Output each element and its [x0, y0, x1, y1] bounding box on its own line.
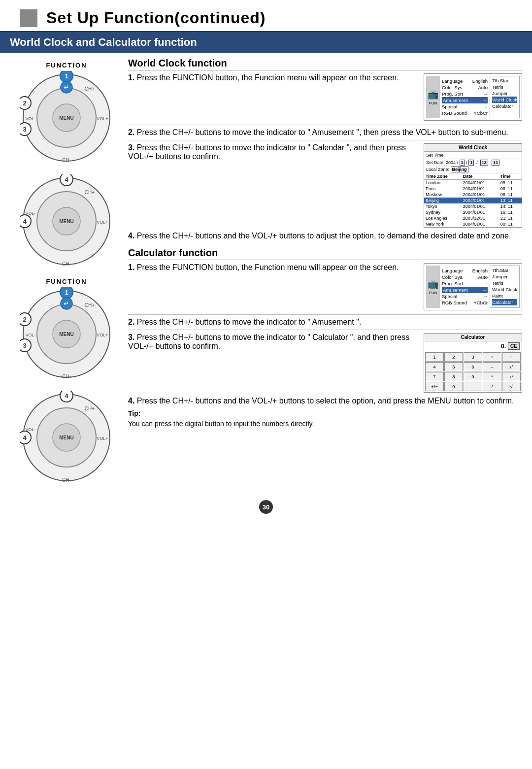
- calc-btn-0-2[interactable]: 3: [464, 352, 482, 362]
- svg-text:CH-: CH-: [62, 158, 71, 163]
- menu-tv-icon: 📺: [428, 89, 438, 100]
- divider-1: [128, 125, 522, 125]
- calc-step3-block: 3. Press the CH+/- buttons to move the i…: [128, 333, 522, 393]
- calc-btn-3-4[interactable]: √: [502, 382, 521, 391]
- calc-screen-title: Calculator: [424, 334, 522, 341]
- calc-step4-num: 4.: [128, 397, 134, 405]
- calc-btn-3-3[interactable]: /: [483, 382, 501, 391]
- tip-section: Tip: You can press the digital button to…: [128, 405, 522, 432]
- svg-text:VOL-: VOL-: [25, 333, 35, 337]
- calc-step1-num: 1.: [128, 263, 134, 271]
- svg-text:CH-: CH-: [62, 477, 71, 483]
- menu-row-amusement-1: Amusement→: [442, 97, 488, 103]
- wc-cell-time-7: 00: 11: [499, 221, 522, 227]
- remote-svg-1: MENU 1 ↵ 2 CH+ 3 VOL-: [20, 71, 113, 165]
- wc-table-body: London2004/01/0105: 11Paris2004/01/0106:…: [424, 180, 522, 228]
- sub-item-jumper-2: Jumper: [492, 273, 517, 280]
- wc-cell-zone-0: London: [424, 180, 462, 186]
- wc-table-row: Sydney2004/01/0116: 11: [424, 209, 522, 215]
- calc-step3-desc: Press the CH+/- buttons to move the indi…: [128, 333, 409, 350]
- page-header: Set Up Function(continued): [0, 0, 532, 32]
- wc-cell-zone-5: Sydney: [424, 209, 462, 215]
- calc-btn-2-0[interactable]: 7: [425, 372, 444, 381]
- calc-buttons: 123+=456–x³789*x²+/−0./√: [424, 351, 522, 392]
- left-column: FUNCTION MENU 1 ↵: [10, 58, 123, 490]
- calc-step3-text: 3. Press the CH+/- buttons to move the i…: [128, 333, 417, 351]
- calc-btn-1-2[interactable]: 6: [464, 362, 482, 371]
- calc-display: 0. CE: [424, 341, 522, 351]
- calc-btn-0-0[interactable]: 1: [425, 352, 444, 362]
- calc-btn-1-3[interactable]: –: [483, 362, 501, 371]
- sub-menu-1: 7th.Star Tetris Jumper World Clock Calcu…: [490, 76, 520, 118]
- menu-screen-left-2: 📺 FUN: [426, 266, 440, 308]
- wc-hour-box: 13: [480, 160, 488, 166]
- wc-cell-date-4: 2004/01/01: [462, 203, 499, 209]
- wc-step1-num: 1.: [128, 73, 134, 82]
- sub-item-worldclock-1: World Clock: [492, 97, 517, 103]
- menu-row-colorsys-2: Color Sys.Auto: [442, 274, 488, 280]
- calc-btn-2-4[interactable]: x²: [502, 372, 521, 381]
- calc-btn-0-1[interactable]: 2: [444, 352, 463, 362]
- remote-diagram-4: MENU 4 CH+ 4 VOL- VOL+ CH-: [20, 391, 113, 484]
- page-number-container: 30: [0, 495, 532, 519]
- calc-screen: Calculator 0. CE 123+=456–x³789*x²+/−0./…: [424, 333, 522, 393]
- calc-btn-3-1[interactable]: 0: [444, 382, 463, 391]
- section-banner: World Clock and Calculator function: [0, 32, 532, 53]
- wc-local-zone-value: Beijing: [451, 167, 468, 172]
- wc-cell-zone-6: Los Angles: [424, 215, 462, 221]
- svg-text:2: 2: [23, 316, 26, 323]
- remote-svg-3: MENU 1 ↵ 2 CH+ 3 VOL- VOL+ CH-: [20, 287, 113, 381]
- calc-btn-2-2[interactable]: 9: [464, 372, 482, 381]
- wc-cell-time-6: 21: 11: [499, 215, 522, 221]
- calc-step2-block: 2. Press the CH+/- buttons to move the i…: [128, 318, 522, 327]
- svg-text:VOL-: VOL-: [25, 211, 35, 216]
- calc-btn-0-3[interactable]: +: [483, 352, 501, 362]
- calc-step1-text: 1. Press the FUNCTION button, the Functi…: [128, 263, 417, 272]
- remote-function-label-3: FUNCTION: [46, 278, 87, 285]
- sub-item-7thstar-1: 7th.Star: [492, 77, 517, 84]
- wc-step3-desc: Press the CH+/- buttons to move the indi…: [128, 143, 406, 161]
- sub-item-jumper-1: Jumper: [492, 90, 517, 97]
- calc-btn-0-4[interactable]: =: [502, 352, 521, 362]
- svg-text:MENU: MENU: [59, 332, 73, 337]
- wc-table-row: Tokyo2004/01/0114: 11: [424, 203, 522, 209]
- calc-btn-2-1[interactable]: 8: [444, 372, 463, 381]
- wc-cell-zone-1: Paris: [424, 186, 462, 192]
- calc-ce-btn[interactable]: CE: [508, 342, 520, 350]
- calc-step2-desc: Press the CH+/- buttons to move the indi…: [137, 318, 362, 326]
- wc-cell-zone-2: Moskow: [424, 192, 462, 198]
- wc-set-time-label: Set Time: [424, 152, 522, 159]
- svg-text:VOL-: VOL-: [25, 427, 35, 432]
- remote-svg-4: MENU 4 CH+ 4 VOL- VOL+ CH-: [20, 391, 113, 484]
- svg-text:VOL+: VOL+: [97, 116, 108, 121]
- wc-step4-block: 4. Press the CH+/- buttons and the VOL-/…: [128, 232, 522, 240]
- calc-btn-1-1[interactable]: 5: [444, 362, 463, 371]
- wc-table-row: Moskow2004/01/0108: 11: [424, 192, 522, 198]
- calc-btn-2-3[interactable]: *: [483, 372, 501, 381]
- wc-step4-num: 4.: [128, 232, 134, 240]
- calc-btn-1-4[interactable]: x³: [502, 362, 521, 371]
- wc-month-box: 1: [460, 160, 465, 166]
- calc-btn-1-0[interactable]: 4: [425, 362, 444, 371]
- calculator-section: Calculator function 1. Press the FUNCTIO…: [128, 247, 522, 432]
- wc-cell-date-7: 2004/01/01: [462, 221, 499, 227]
- svg-text:4: 4: [23, 434, 27, 441]
- wc-step1-text: 1. Press the FUNCTION button, the Functi…: [128, 73, 417, 82]
- calc-step4-desc: Press the CH+/- buttons and the VOL-/+ b…: [137, 397, 514, 405]
- calc-btn-3-0[interactable]: +/−: [425, 382, 444, 391]
- calc-btn-3-2[interactable]: .: [464, 382, 482, 391]
- menu-screen-right-1: LanguageEnglish Color Sys.Auto Prog. Sor…: [440, 76, 490, 118]
- svg-text:1: 1: [65, 289, 68, 296]
- menu-row-special-2: Special→: [442, 293, 488, 300]
- menu-screen-inner-2: 📺 FUN LanguageEnglish Color Sys.Auto Pro…: [424, 264, 522, 310]
- sub-item-tetris-1: Tetris: [492, 84, 517, 90]
- remote-svg-graphic-4: MENU 4 CH+ 4 VOL- VOL+ CH-: [20, 391, 113, 484]
- calc-step1-block: 1. Press the FUNCTION button, the Functi…: [128, 263, 522, 310]
- svg-text:2: 2: [23, 100, 26, 107]
- wc-cell-time-0: 05: 11: [499, 180, 522, 186]
- sub-menu-2: 7th.Star Jumper Tetris World Clock Paint…: [490, 266, 520, 308]
- wc-cell-date-1: 2004/01/01: [462, 186, 499, 192]
- wc-step4-desc: Press the CH+/- buttons and the VOL-/+ b…: [137, 232, 511, 240]
- wc-local-zone: Local Zone: Beijing: [424, 166, 522, 173]
- wc-cell-date-0: 2004/01/01: [462, 180, 499, 186]
